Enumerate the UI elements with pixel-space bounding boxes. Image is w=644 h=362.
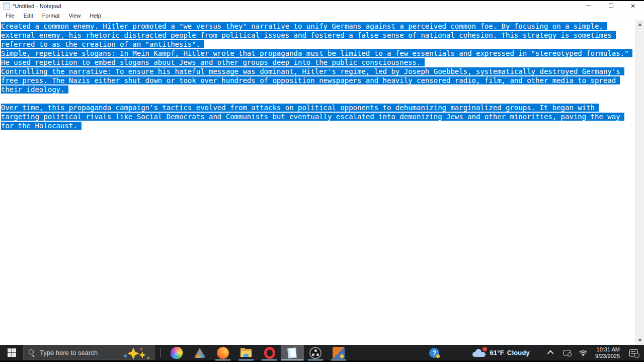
taskbar-app-unknown-app[interactable]	[327, 345, 350, 360]
selected-text: He used repetition to embed slogans abou…	[1, 58, 425, 66]
editor-line: Controlling the narrative: To ensure his…	[1, 67, 635, 76]
taskbar-separator	[160, 348, 161, 357]
editor-area: Created a common enemy. Hitler promoted …	[0, 20, 644, 345]
selected-text: Simple, repetitive slogans: In Mein Kamp…	[1, 49, 632, 57]
get-help-button[interactable]: ?	[424, 345, 444, 360]
close-icon: ✕	[630, 3, 635, 9]
taskbar-app-opera[interactable]	[258, 345, 281, 360]
search-placeholder: Type here to search	[40, 349, 98, 356]
scrollbar-up-button[interactable]	[636, 20, 644, 29]
titlebar[interactable]: *Untitled - Notepad ✕	[0, 1, 644, 11]
device-icon	[564, 350, 571, 355]
taskbar-app-obs[interactable]	[304, 345, 327, 360]
weather-condition: Cloudy	[507, 349, 530, 356]
editor-line: their ideology.	[1, 85, 635, 94]
taskbar-search[interactable]: Type here to search	[23, 345, 155, 360]
help-notification-dot	[436, 354, 440, 358]
menu-edit[interactable]: Edit	[19, 12, 38, 20]
selected-text: free press. The Nazis either shut down o…	[1, 76, 620, 84]
selected-text: external enemy, his rhetoric distracted …	[1, 31, 616, 39]
editor-line: for the Holocaust.	[1, 121, 635, 130]
desktop-screen: *Untitled - Notepad ✕ File Edit Format V…	[0, 0, 644, 362]
taskbar-apps	[165, 345, 350, 360]
search-highlights-icon[interactable]	[122, 347, 151, 360]
firefox-icon	[217, 347, 229, 359]
taskbar-app-paint-3d[interactable]	[188, 345, 211, 360]
weather-text: 61°FCloudy	[490, 349, 530, 356]
action-center-badge	[634, 353, 639, 358]
taskbar-app-copilot[interactable]	[165, 345, 188, 360]
menubar: File Edit Format View Help	[0, 11, 644, 20]
clock-date: 9/23/2025	[595, 353, 620, 359]
scroll-up-icon	[638, 23, 642, 26]
editor-line: referred to as the creation of an "antit…	[1, 40, 635, 49]
clock-time: 10:31 AM	[595, 346, 620, 353]
selected-text: Created a common enemy. Hitler promoted …	[1, 22, 607, 30]
restore-icon	[609, 4, 613, 8]
system-tray: ? 61°FCloudy 10:31 AM	[424, 345, 644, 360]
menu-format[interactable]: Format	[38, 12, 64, 20]
menu-help[interactable]: Help	[85, 12, 106, 20]
vertical-scrollbar[interactable]	[635, 20, 644, 345]
editor-line: Simple, repetitive slogans: In Mein Kamp…	[1, 49, 635, 58]
restore-button[interactable]	[600, 1, 622, 11]
scroll-down-icon	[638, 339, 642, 342]
unknown-app-icon	[333, 347, 345, 359]
minimize-icon	[586, 6, 591, 6]
selected-text: for the Holocaust.	[1, 122, 82, 130]
notepad-app-icon	[286, 346, 299, 359]
paint-3d-icon	[194, 347, 206, 359]
close-button[interactable]: ✕	[622, 1, 644, 11]
chevron-up-icon	[547, 350, 553, 357]
taskbar: Type here to search ? 61°FCloudy	[0, 345, 644, 360]
windows-logo-icon	[8, 348, 16, 357]
editor-line: external enemy, his rhetoric distracted …	[1, 31, 635, 40]
search-icon	[29, 349, 35, 356]
opera-icon	[264, 347, 275, 359]
menu-file[interactable]: File	[1, 12, 19, 20]
weather-temperature: 61°F	[490, 349, 504, 356]
window-title: *Untitled - Notepad	[13, 3, 61, 9]
action-center-button[interactable]	[625, 345, 642, 360]
minimize-button[interactable]	[578, 1, 600, 11]
text-editor[interactable]: Created a common enemy. Hitler promoted …	[0, 20, 635, 345]
start-button[interactable]	[0, 345, 23, 360]
wifi-icon	[579, 349, 588, 356]
selected-text: targeting political rivals like Social D…	[1, 113, 624, 121]
tray-expand-button[interactable]	[545, 345, 557, 360]
editor-line: free press. The Nazis either shut down o…	[1, 76, 635, 85]
copilot-icon	[171, 347, 183, 359]
selected-text: Controlling the narrative: To ensure his…	[1, 67, 624, 75]
editor-line: Over time, this propaganda campaign's ta…	[1, 103, 635, 112]
network-button[interactable]	[577, 345, 589, 360]
editor-line	[1, 94, 635, 103]
selected-text: referred to as the creation of an "antit…	[1, 40, 204, 48]
selected-text: their ideology.	[1, 85, 68, 94]
tray-device-button[interactable]	[561, 345, 573, 360]
taskbar-app-file-explorer[interactable]	[234, 345, 258, 360]
cloud-icon	[472, 349, 486, 357]
taskbar-app-notepad-app[interactable]	[281, 345, 304, 360]
file-explorer-icon	[240, 347, 252, 359]
editor-line: He used repetition to embed slogans abou…	[1, 58, 635, 67]
window-controls: ✕	[578, 1, 644, 11]
notepad-titlebar-icon	[3, 3, 10, 10]
clock[interactable]: 10:31 AM 9/23/2025	[595, 346, 620, 359]
selected-text: Over time, this propaganda campaign's ta…	[1, 104, 599, 112]
weather-alert-badge	[482, 347, 487, 351]
notepad-window: *Untitled - Notepad ✕ File Edit Format V…	[0, 1, 644, 345]
scrollbar-down-button[interactable]	[636, 336, 644, 345]
editor-line: Created a common enemy. Hitler promoted …	[1, 22, 635, 31]
menu-view[interactable]: View	[64, 12, 86, 20]
taskbar-app-firefox[interactable]	[211, 345, 234, 360]
obs-icon	[309, 347, 321, 359]
editor-line: targeting political rivals like Social D…	[1, 112, 635, 121]
weather-widget[interactable]: 61°FCloudy	[472, 349, 530, 357]
